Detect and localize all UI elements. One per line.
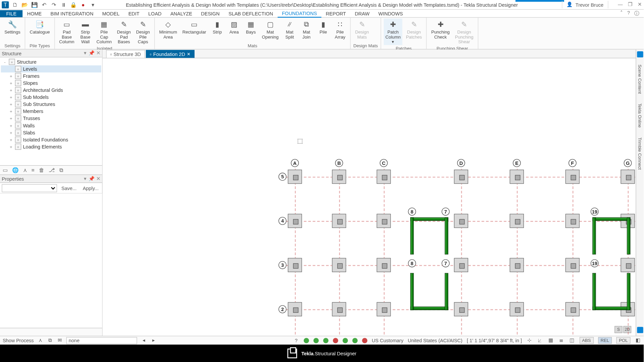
tree-expander-icon[interactable]: +: [9, 144, 13, 149]
structure-tree[interactable]: -▫Structure▫Levels+▫Frames+▫Slopes+▫Arch…: [0, 57, 102, 165]
menu-tab-edit[interactable]: EDIT: [124, 10, 144, 17]
pad-A4[interactable]: [288, 214, 302, 228]
tree-item-frames[interactable]: +▫Frames: [1, 72, 101, 79]
status-combo[interactable]: none: [66, 337, 137, 344]
panel-pin-icon[interactable]: 📌: [89, 50, 95, 56]
tool-copy-icon[interactable]: ⧉: [59, 167, 63, 173]
wall[interactable]: [592, 217, 630, 221]
dock-tab-trimble-connect[interactable]: Trimble Connect: [637, 135, 643, 172]
tree-item-isolated-foundations[interactable]: +▫Isolated Foundations: [1, 136, 101, 143]
wall[interactable]: [410, 217, 448, 221]
open-icon[interactable]: 📂: [21, 1, 28, 8]
undo-icon[interactable]: ↶: [41, 1, 48, 8]
pad-C3[interactable]: [377, 258, 391, 272]
status-end-icon[interactable]: ◧: [635, 337, 641, 343]
ribbon-pile-cap-column[interactable]: ▦PileCapColumn: [95, 18, 113, 45]
pad-B3[interactable]: [332, 258, 346, 272]
tree-item-sub-models[interactable]: +▫Sub Models: [1, 94, 101, 101]
ribbon-pile[interactable]: ▮Pile: [316, 18, 331, 42]
pad-C2[interactable]: [377, 302, 391, 316]
close-icon[interactable]: ✕: [187, 52, 191, 56]
tree-item-members[interactable]: +▫Members: [1, 108, 101, 115]
status-prev-icon[interactable]: ◂: [141, 337, 147, 343]
pad-F5[interactable]: [566, 170, 580, 184]
ribbon-area[interactable]: ▨Area: [226, 18, 241, 42]
wall[interactable]: [592, 217, 596, 254]
menu-tab-analyze[interactable]: ANALYZE: [166, 10, 197, 17]
menu-tab-home[interactable]: HOME: [23, 10, 46, 17]
status-snap-5-icon[interactable]: ◫: [569, 337, 575, 343]
menu-tab-report[interactable]: REPORT: [321, 10, 351, 17]
wall[interactable]: [410, 273, 414, 310]
pad-G3[interactable]: [621, 258, 635, 272]
ribbon-strip-base-wall[interactable]: ▬StripBaseWall: [78, 18, 93, 45]
panel-dock-icon[interactable]: ▾: [84, 50, 87, 56]
pad-E4[interactable]: [510, 214, 524, 228]
ribbon-design-pile-caps[interactable]: ✎DesignPileCaps: [134, 18, 152, 45]
qat-more-icon[interactable]: ▾: [89, 1, 96, 8]
menu-tab-slab-deflection[interactable]: SLAB DEFLECTION: [224, 10, 277, 17]
badge-2d[interactable]: 2D: [623, 326, 631, 333]
status-dot-4[interactable]: [333, 338, 338, 343]
pad-D4[interactable]: [454, 214, 468, 228]
status-dot-1[interactable]: [304, 338, 309, 343]
ribbon-minimum-area[interactable]: ◇MinimumArea: [157, 18, 179, 42]
new-icon[interactable]: 🗋: [11, 1, 18, 8]
tree-expander-icon[interactable]: +: [9, 95, 13, 100]
doc-tab-foundation-2d[interactable]: ▫Foundation 2D✕: [146, 50, 194, 58]
info-icon[interactable]: ⓘ: [634, 10, 639, 17]
tree-expander-icon[interactable]: +: [9, 81, 13, 85]
wall[interactable]: [445, 273, 448, 310]
tree-expander-icon[interactable]: +: [9, 102, 13, 107]
pad-A3[interactable]: [288, 258, 302, 272]
status-pol[interactable]: POL: [616, 337, 630, 344]
ribbon-catalogue[interactable]: 📑Catalogue: [28, 18, 52, 42]
status-icon-2[interactable]: ⧉: [47, 337, 53, 343]
wall[interactable]: [627, 273, 631, 310]
app-icon[interactable]: T: [2, 1, 9, 8]
status-next-icon[interactable]: ▸: [151, 337, 157, 343]
dock-tab-scene-content[interactable]: Scene Content: [637, 62, 643, 97]
tool-align-icon[interactable]: ≡: [32, 167, 35, 173]
pad-D3[interactable]: [454, 258, 468, 272]
pad-C5[interactable]: [377, 170, 391, 184]
tree-expander-icon[interactable]: +: [9, 116, 13, 121]
tool-globe-icon[interactable]: 🌐: [12, 167, 19, 173]
status-dot-7[interactable]: [362, 338, 367, 343]
pad-A5[interactable]: [288, 170, 302, 184]
pad-E3[interactable]: [510, 258, 524, 272]
panel-pin-icon[interactable]: 📌: [89, 176, 95, 182]
pad-D5[interactable]: [454, 170, 468, 184]
status-dot-5[interactable]: [342, 338, 348, 343]
status-dot-3[interactable]: [323, 338, 328, 343]
properties-save-button[interactable]: Save...: [60, 185, 78, 191]
status-show-process[interactable]: Show Process: [3, 338, 34, 343]
ribbon-mat-join[interactable]: ⧉MatJoin: [299, 18, 314, 42]
status-help-icon[interactable]: ?: [293, 337, 299, 343]
pad-A2[interactable]: [288, 302, 302, 316]
status-snap-4-icon[interactable]: ≣: [558, 337, 564, 343]
tool-delete-icon[interactable]: 🗑: [39, 167, 44, 173]
status-code[interactable]: United States (ACI/AISC): [408, 338, 463, 343]
tree-item-slopes[interactable]: +▫Slopes: [1, 79, 101, 86]
pad-E2[interactable]: [510, 302, 524, 316]
tool-node-icon[interactable]: ⋏: [23, 167, 27, 173]
pad-E5[interactable]: [510, 170, 524, 184]
ribbon-pile-array[interactable]: ∷PileArray: [332, 18, 347, 42]
pad-G5[interactable]: [621, 170, 635, 184]
menu-tab-design[interactable]: DESIGN: [197, 10, 224, 17]
pad-B4[interactable]: [332, 214, 346, 228]
menu-tab-windows[interactable]: WINDOWS: [374, 10, 408, 17]
canvas[interactable]: ⬚ S 2D AABBCCDDEEFFGG554433221187198719: [103, 58, 644, 336]
stop-icon[interactable]: ●: [79, 1, 87, 8]
tree-expander-icon[interactable]: -: [3, 59, 7, 64]
tree-item-trusses[interactable]: +▫Trusses: [1, 115, 101, 122]
status-snap-3-icon[interactable]: ▦: [547, 337, 553, 343]
status-icon-3[interactable]: ✉: [57, 337, 63, 343]
status-snap-2-icon[interactable]: ⟀: [537, 337, 543, 343]
wall[interactable]: [445, 217, 448, 254]
panel-close-icon[interactable]: ✕: [96, 50, 100, 56]
badge-s[interactable]: S: [614, 326, 623, 333]
pad-C4[interactable]: [377, 214, 391, 228]
ribbon-bays[interactable]: ▦Bays: [243, 18, 258, 42]
